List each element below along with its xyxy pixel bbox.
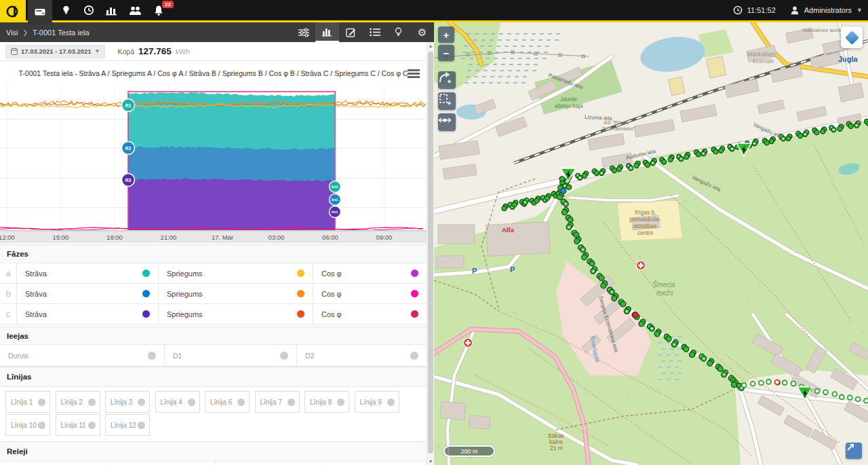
- device-marker[interactable]: [791, 382, 796, 386]
- tab-devices[interactable]: [28, 0, 52, 24]
- device-marker[interactable]: [512, 202, 517, 207]
- device-marker[interactable]: [502, 206, 507, 210]
- chart-view-button[interactable]: [315, 22, 339, 42]
- device-marker[interactable]: [689, 352, 694, 357]
- device-marker[interactable]: [671, 341, 677, 347]
- tab-users[interactable]: [127, 0, 143, 20]
- device-marker[interactable]: [803, 132, 808, 136]
- alarm-marker[interactable]: [775, 380, 780, 385]
- device-marker[interactable]: [599, 275, 604, 280]
- device-marker[interactable]: [759, 381, 764, 386]
- phase-series-toggle[interactable]: Spriegums: [159, 304, 313, 324]
- device-marker[interactable]: [696, 152, 701, 157]
- device-marker[interactable]: [684, 154, 689, 159]
- phase-series-toggle[interactable]: Strāva: [17, 263, 159, 283]
- device-marker[interactable]: [591, 268, 596, 274]
- filters-button[interactable]: [292, 22, 315, 42]
- device-marker[interactable]: [783, 380, 787, 385]
- scroll-up-arrow[interactable]: ▲: [427, 43, 434, 48]
- linija-chip[interactable]: Līnija 8: [304, 391, 349, 413]
- device-marker[interactable]: [580, 247, 586, 253]
- device-marker[interactable]: [837, 126, 842, 131]
- device-marker[interactable]: [639, 321, 644, 327]
- device-marker[interactable]: [612, 295, 617, 301]
- device-marker[interactable]: [645, 162, 650, 167]
- device-marker[interactable]: [582, 173, 587, 178]
- device-marker[interactable]: [717, 366, 723, 371]
- device-marker[interactable]: [662, 160, 667, 164]
- device-marker[interactable]: [742, 383, 747, 388]
- device-marker[interactable]: [684, 346, 689, 352]
- date-range-picker[interactable]: 17.03.2021 - 17.03.2021 ▼: [5, 45, 105, 58]
- device-marker[interactable]: [719, 148, 724, 153]
- device-marker[interactable]: [563, 201, 568, 206]
- device-marker[interactable]: [620, 301, 626, 307]
- relay-badge[interactable]: R2: [122, 142, 135, 155]
- user-menu[interactable]: Administrators: [804, 6, 852, 14]
- device-marker[interactable]: [798, 133, 803, 138]
- scrollbar-thumb[interactable]: [428, 52, 433, 453]
- device-marker[interactable]: [616, 166, 621, 171]
- device-marker[interactable]: [701, 151, 706, 156]
- phase-series-toggle[interactable]: Spriegums: [159, 284, 313, 303]
- breadcrumb-root[interactable]: Visi: [6, 29, 18, 37]
- device-marker[interactable]: [707, 360, 713, 366]
- tab-lights[interactable]: [58, 0, 74, 20]
- linija-chip[interactable]: Līnija 6: [205, 391, 250, 413]
- tab-charts[interactable]: [103, 0, 119, 20]
- device-marker[interactable]: [668, 157, 673, 162]
- device-marker[interactable]: [594, 171, 599, 176]
- lamp-button[interactable]: [387, 22, 410, 42]
- device-marker[interactable]: [561, 210, 567, 215]
- device-marker[interactable]: [769, 138, 774, 143]
- input-item[interactable]: D2: [297, 345, 427, 366]
- device-marker[interactable]: [545, 196, 549, 200]
- device-marker[interactable]: [589, 261, 595, 266]
- edit-button[interactable]: [339, 22, 363, 42]
- device-marker[interactable]: [752, 141, 757, 146]
- linija-chip[interactable]: Līnija 12: [105, 414, 150, 436]
- device-marker[interactable]: [701, 356, 707, 361]
- user-menu-caret[interactable]: ▼: [856, 7, 863, 14]
- device-marker[interactable]: [649, 326, 654, 331]
- device-marker[interactable]: [751, 382, 755, 386]
- linija-chip[interactable]: Līnija 1: [5, 391, 50, 413]
- relay-badge[interactable]: R1: [122, 99, 135, 112]
- device-marker[interactable]: [713, 149, 718, 154]
- phase-series-toggle[interactable]: Strāva: [17, 304, 159, 324]
- phase-series-toggle[interactable]: Spriegums: [159, 263, 313, 283]
- device-marker[interactable]: [764, 141, 769, 145]
- relay-badge[interactable]: R3: [122, 174, 135, 187]
- app-logo[interactable]: [0, 0, 26, 22]
- chart-menu-button[interactable]: [408, 69, 420, 79]
- device-marker[interactable]: [766, 379, 771, 384]
- device-marker[interactable]: [629, 166, 633, 170]
- linija-chip[interactable]: Līnija 3: [105, 391, 150, 413]
- device-marker[interactable]: [786, 136, 791, 141]
- linija-chip[interactable]: Līnija 2: [56, 391, 100, 413]
- device-marker[interactable]: [732, 382, 737, 388]
- map-move-point-button[interactable]: [438, 113, 456, 131]
- map-draw-polygon-button[interactable]: [438, 92, 456, 110]
- input-item[interactable]: Durvis: [0, 345, 165, 366]
- device-marker[interactable]: [574, 238, 580, 244]
- device-marker[interactable]: [534, 198, 539, 203]
- map-draw-line-button[interactable]: [438, 71, 456, 89]
- map-zoom-out-button[interactable]: −: [438, 45, 454, 61]
- panel-scrollbar[interactable]: ▲ ▼: [427, 42, 434, 465]
- scroll-down-arrow[interactable]: ▼: [427, 459, 434, 464]
- device-marker[interactable]: [559, 176, 564, 181]
- phase-series-toggle[interactable]: Cos φ: [313, 263, 427, 283]
- device-marker[interactable]: [840, 394, 844, 399]
- device-marker[interactable]: [612, 168, 616, 172]
- device-marker[interactable]: [854, 123, 859, 128]
- device-marker[interactable]: [624, 309, 629, 314]
- linija-chip[interactable]: Līnija 11: [56, 414, 100, 436]
- settings-button[interactable]: ⚙: [410, 22, 434, 42]
- device-marker[interactable]: [848, 124, 853, 128]
- device-marker[interactable]: [568, 217, 573, 223]
- device-marker[interactable]: [578, 175, 583, 180]
- device-marker[interactable]: [650, 160, 655, 165]
- linija-chip[interactable]: Līnija 10: [5, 414, 50, 436]
- map-layers-button[interactable]: [841, 26, 863, 48]
